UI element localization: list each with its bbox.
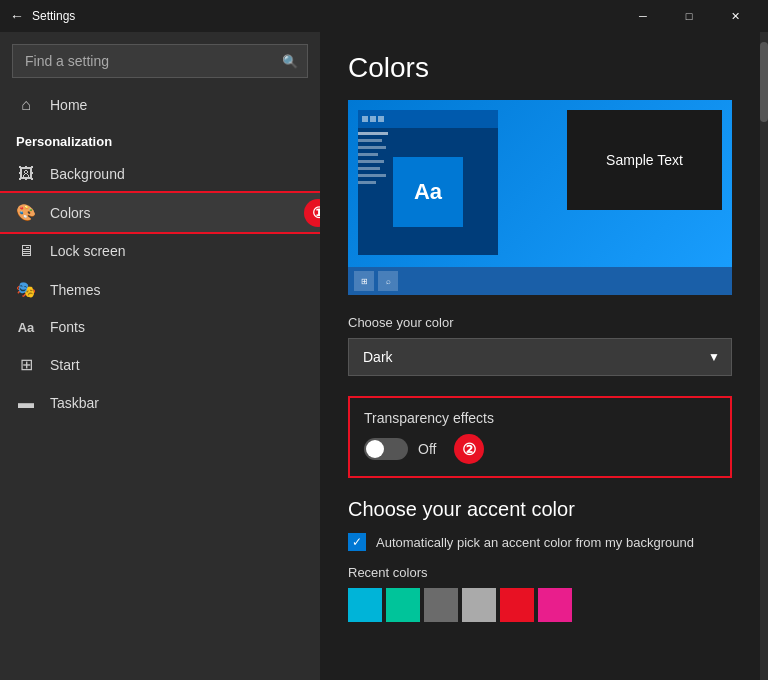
auto-pick-row: ✓ Automatically pick an accent color fro… [348,533,732,551]
taskbar-search-btn: ⌕ [378,271,398,291]
start-icon: ⊞ [16,355,36,374]
sidebar: 🔍 ⌂ Home Personalization 🖼 Background 🎨 … [0,32,320,680]
transparency-toggle-row: Off ② [364,434,716,464]
toggle-thumb [366,440,384,458]
preview-lines [358,132,388,184]
checkmark-icon: ✓ [352,535,362,549]
accent-section-title: Choose your accent color [348,498,732,521]
recent-colors-label: Recent colors [348,565,732,580]
colors-icon: 🎨 [16,203,36,222]
sidebar-item-label-home: Home [50,97,87,113]
fonts-icon: Aa [16,320,36,335]
lockscreen-icon: 🖥 [16,242,36,260]
scrollbar-track[interactable] [760,32,768,680]
sidebar-item-label-taskbar: Taskbar [50,395,99,411]
background-icon: 🖼 [16,165,36,183]
sidebar-item-themes[interactable]: 🎭 Themes [0,270,320,309]
page-title: Colors [348,52,732,84]
content-area: Colors Aa [320,32,760,680]
home-icon: ⌂ [16,96,36,114]
color-dropdown-container[interactable]: Light Dark Custom ▼ [348,338,732,376]
toggle-state-label: Off [418,441,436,457]
search-container: 🔍 [12,44,308,78]
auto-pick-checkbox[interactable]: ✓ [348,533,366,551]
back-button[interactable]: ← [10,8,24,24]
sidebar-item-start[interactable]: ⊞ Start [0,345,320,384]
main-layout: 🔍 ⌂ Home Personalization 🖼 Background 🎨 … [0,32,768,680]
sidebar-item-label-themes: Themes [50,282,101,298]
search-input[interactable] [12,44,308,78]
taskbar-icon: ▬ [16,394,36,412]
sidebar-item-taskbar[interactable]: ▬ Taskbar [0,384,320,422]
window-controls: ─ □ ✕ [620,0,758,32]
scrollbar-thumb[interactable] [760,42,768,122]
sidebar-section-label: Personalization [0,124,320,155]
sidebar-item-fonts[interactable]: Aa Fonts [0,309,320,345]
swatch-2[interactable] [424,588,458,622]
title-bar: ← Settings ─ □ ✕ [0,0,768,32]
sidebar-item-label-fonts: Fonts [50,319,85,335]
themes-icon: 🎭 [16,280,36,299]
sidebar-item-lockscreen[interactable]: 🖥 Lock screen [0,232,320,270]
swatch-3[interactable] [462,588,496,622]
transparency-box: Transparency effects Off ② [348,396,732,478]
badge-1: ① [304,199,320,227]
taskbar-start-btn: ⊞ [354,271,374,291]
color-preview: Aa Sample Text ⊞ ⌕ [348,100,732,295]
transparency-toggle[interactable] [364,438,408,460]
badge-2: ② [454,434,484,464]
preview-taskbar: ⊞ ⌕ [348,267,732,295]
preview-titlebar [358,110,498,128]
sidebar-item-background[interactable]: 🖼 Background [0,155,320,193]
swatch-5[interactable] [538,588,572,622]
sidebar-item-label-start: Start [50,357,80,373]
sidebar-item-colors[interactable]: 🎨 Colors ① [0,193,320,232]
transparency-label: Transparency effects [364,410,716,426]
sidebar-item-label-background: Background [50,166,125,182]
close-button[interactable]: ✕ [712,0,758,32]
swatch-1[interactable] [386,588,420,622]
auto-pick-label: Automatically pick an accent color from … [376,535,694,550]
search-icon: 🔍 [282,54,298,69]
sidebar-item-label-lockscreen: Lock screen [50,243,125,259]
minimize-button[interactable]: ─ [620,0,666,32]
color-dropdown[interactable]: Light Dark Custom [348,338,732,376]
preview-aa: Aa [393,157,463,227]
sidebar-item-label-colors: Colors [50,205,90,221]
preview-sample-text-box: Sample Text [567,110,722,210]
restore-button[interactable]: □ [666,0,712,32]
choose-color-label: Choose your color [348,315,732,330]
color-swatches [348,588,732,622]
sample-text: Sample Text [606,152,683,168]
title-bar-left: ← Settings [10,8,75,24]
swatch-4[interactable] [500,588,534,622]
sidebar-item-home[interactable]: ⌂ Home [0,86,320,124]
window-title: Settings [32,9,75,23]
swatch-0[interactable] [348,588,382,622]
